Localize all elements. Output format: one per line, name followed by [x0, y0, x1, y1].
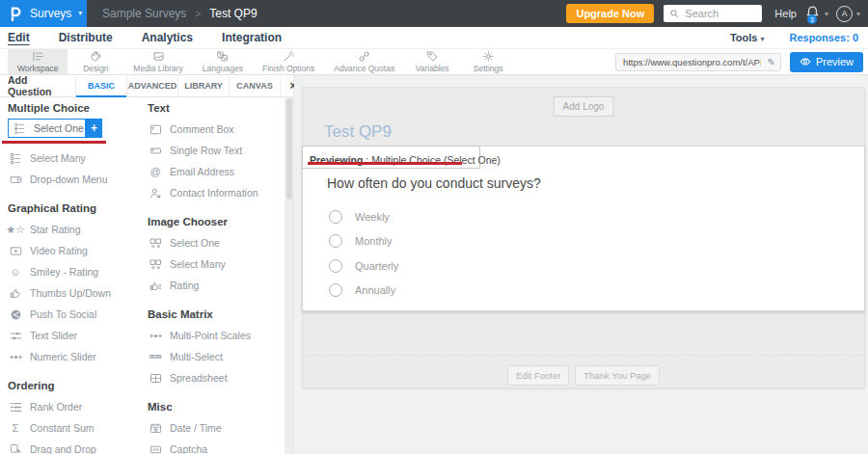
menu-edit[interactable]: Edit [8, 31, 30, 44]
chevron-down-icon: ▾ [78, 10, 82, 17]
question-type-constant-sum[interactable]: ΣConstant Sum [8, 417, 140, 439]
preview-button[interactable]: Preview [790, 52, 863, 72]
search-input[interactable] [683, 7, 756, 20]
option-monthly[interactable]: Monthly [329, 229, 398, 254]
survey-url-input[interactable] [621, 56, 764, 68]
section-title-multiple-choice: Multiple Choice [8, 102, 140, 114]
question-type-multi-select[interactable]: Multi-Select [148, 346, 285, 367]
question-type-push-to-social[interactable]: Push To Social [8, 304, 140, 325]
toolbar-settings[interactable]: Settings [460, 49, 516, 74]
question-type-label: Text Slider [30, 330, 77, 341]
question-type-text-slider[interactable]: Text Slider [8, 325, 140, 346]
question-type-label: Smiley - Rating [30, 266, 98, 278]
question-type-drop-down-menu[interactable]: Drop-down Menu [8, 169, 140, 190]
breadcrumb-parent[interactable]: Sample Surveys [102, 7, 186, 20]
languages-icon [215, 50, 231, 63]
toolbar-advance-quotas[interactable]: Advance Quotas [324, 49, 404, 74]
tab-canvas[interactable]: CANVAS [229, 75, 280, 96]
toolbar-languages[interactable]: Languages [193, 49, 253, 74]
option-annually[interactable]: Annually [329, 279, 398, 304]
menu-analytics[interactable]: Analytics [142, 31, 193, 44]
radio-button-icon[interactable] [329, 210, 342, 224]
responses-count[interactable]: Responses: 0 [789, 32, 858, 43]
question-type-select-one-selected: Select One+ [8, 119, 140, 144]
question-type-select-one[interactable]: Select One [148, 232, 285, 254]
notifications-button[interactable]: 3 [805, 5, 821, 22]
question-text[interactable]: How often do you conduct surveys? [327, 175, 541, 191]
thank-you-page-button[interactable]: Thank You Page [575, 365, 660, 386]
question-type-select-one[interactable]: Select One [8, 119, 86, 138]
toolbar-media-library[interactable]: Media Library [123, 49, 193, 74]
question-type-captcha[interactable]: Captcha [148, 439, 285, 454]
radio-button-icon[interactable] [329, 283, 342, 297]
toolbar-workspace[interactable]: Workspace [8, 49, 68, 74]
question-type-label: Single Row Text [170, 145, 242, 156]
question-type-video-rating[interactable]: Video Rating [8, 240, 140, 261]
question-type-spreadsheet[interactable]: Spreadsheet [148, 367, 285, 388]
question-type-select-many[interactable]: Select Many [8, 147, 140, 169]
surveys-menu[interactable]: Surveys ▾ [0, 0, 87, 27]
question-type-comment-box[interactable]: Comment Box [148, 119, 285, 140]
menu-distribute[interactable]: Distribute [59, 31, 113, 44]
avatar[interactable]: A [836, 6, 853, 22]
question-type-rating[interactable]: Rating [148, 275, 285, 296]
edit-url-pencil-icon[interactable]: ✎ [767, 57, 774, 67]
toolbar-label: Advance Quotas [334, 64, 394, 73]
tab-advanced[interactable]: ADVANCED [126, 75, 177, 96]
question-type-contact-information[interactable]: Contact Information [148, 182, 285, 203]
option-label: Weekly [355, 211, 390, 223]
option-weekly[interactable]: Weekly [329, 204, 398, 229]
date-time-icon [148, 422, 163, 435]
question-type-date-time[interactable]: Date / Time [148, 417, 285, 439]
image-select-icon [148, 258, 163, 271]
question-type-select-many[interactable]: Select Many [148, 254, 285, 275]
section-title-basic-matrix: Basic Matrix [148, 308, 285, 320]
toolbar-variables[interactable]: Variables [404, 49, 460, 74]
radio-button-icon[interactable] [329, 234, 342, 248]
question-type-single-row-text[interactable]: Single Row Text [148, 140, 285, 161]
share-icon [8, 308, 23, 321]
comment-box-icon [148, 123, 163, 136]
survey-title[interactable]: Test QP9 [324, 122, 392, 142]
toolbar-finish-options[interactable]: Finish Options [253, 49, 324, 74]
survey-url-field[interactable]: ✎ [615, 53, 781, 71]
question-type-thumbs-up-down[interactable]: Thumbs Up/Down [8, 282, 140, 304]
add-question-type-button[interactable]: + [86, 119, 102, 138]
section-title-text: Text [148, 102, 285, 114]
survey-footer: Edit Footer Thank You Page [303, 311, 864, 387]
breadcrumb: Sample Surveys > Test QP9 [102, 7, 258, 20]
tools-menu[interactable]: Tools ▾ [730, 32, 765, 43]
option-quarterly[interactable]: Quarterly [329, 254, 398, 279]
edit-footer-button[interactable]: Edit Footer [507, 365, 569, 386]
question-type-drag-and-drop[interactable]: Drag and Drop [8, 439, 140, 454]
question-type-columns: Multiple ChoiceSelect One+Select ManyDro… [0, 96, 285, 454]
search-box[interactable] [664, 5, 762, 22]
add-logo-button[interactable]: Add Logo [554, 96, 614, 117]
previewing-tab: Previewing : Multiple Choice (Select One… [302, 146, 480, 169]
panel-scrollbar[interactable] [285, 96, 293, 454]
menu-integration[interactable]: Integration [222, 31, 282, 44]
upgrade-now-button[interactable]: Upgrade Now [566, 4, 654, 23]
toolbar-design[interactable]: Design [68, 49, 123, 74]
tab-library[interactable]: LIBRARY [177, 75, 229, 96]
question-type-smiley-rating[interactable]: ☺Smiley - Rating [8, 261, 140, 282]
numeric-slider-icon [8, 351, 23, 363]
tab-basic[interactable]: BASIC [75, 75, 126, 96]
question-type-label: Comment Box [170, 123, 234, 135]
question-type-email-address[interactable]: @Email Address [148, 161, 285, 182]
radio-button-icon[interactable] [329, 259, 342, 273]
question-type-label: Rating [170, 280, 199, 291]
help-link[interactable]: Help [774, 8, 797, 19]
question-type-label: Numeric Slider [30, 351, 96, 362]
chevron-down-icon[interactable]: ▾ [856, 10, 860, 18]
question-type-numeric-slider[interactable]: Numeric Slider [8, 346, 140, 367]
question-type-rank-order[interactable]: Rank Order [8, 396, 140, 417]
option-label: Quarterly [355, 260, 398, 272]
question-type-star-rating[interactable]: ★☆Star Rating [8, 219, 140, 240]
question-type-multi-point-scales[interactable]: Multi-Point Scales [148, 325, 285, 346]
scrollbar-thumb[interactable] [286, 98, 292, 200]
chevron-down-icon[interactable]: ▾ [825, 10, 828, 18]
top-bar: Surveys ▾ Sample Surveys > Test QP9 Upgr… [0, 0, 868, 27]
toolbar-label: Design [83, 64, 108, 73]
notification-badge: 3 [807, 14, 817, 24]
